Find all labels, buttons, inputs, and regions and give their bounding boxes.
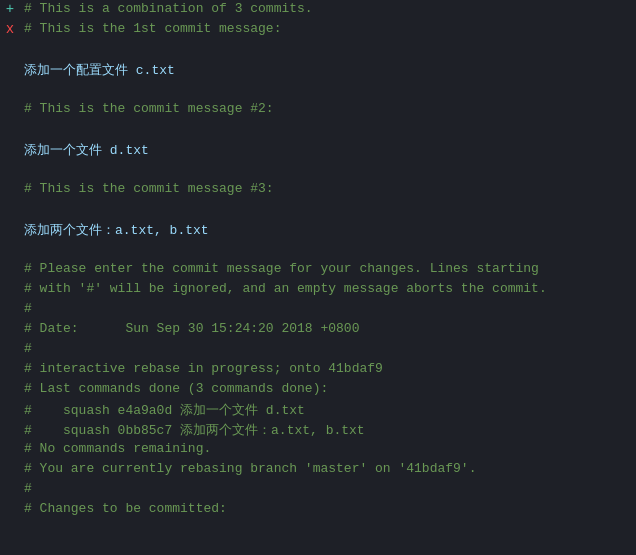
line-content: 添加两个文件：a.txt, b.txt xyxy=(20,221,636,239)
editor-line: +# This is a combination of 3 commits. xyxy=(0,0,636,20)
editor-line: # This is the commit message #3: xyxy=(0,180,636,200)
editor-line: # xyxy=(0,340,636,360)
line-content: # xyxy=(20,481,636,496)
line-content: # with '#' will be ignored, and an empty… xyxy=(20,281,636,296)
line-content: # xyxy=(20,301,636,316)
line-content: # xyxy=(20,341,636,356)
editor-line: # You are currently rebasing branch 'mas… xyxy=(0,460,636,480)
editor-line: # Please enter the commit message for yo… xyxy=(0,260,636,280)
editor-line: # Last commands done (3 commands done): xyxy=(0,380,636,400)
line-content: # Changes to be committed: xyxy=(20,501,636,516)
editor-line: # No commands remaining. xyxy=(0,440,636,460)
editor-line: # squash 0bb85c7 添加两个文件：a.txt, b.txt xyxy=(0,420,636,440)
line-content xyxy=(20,161,636,176)
line-content: 添加一个文件 d.txt xyxy=(20,141,636,159)
plus-icon: + xyxy=(6,1,14,17)
line-content: # You are currently rebasing branch 'mas… xyxy=(20,461,636,476)
line-content: # This is a combination of 3 commits. xyxy=(20,1,636,16)
editor-line: # xyxy=(0,300,636,320)
editor-line xyxy=(0,120,636,140)
line-content: # Date: Sun Sep 30 15:24:20 2018 +0800 xyxy=(20,321,636,336)
line-content: # squash e4a9a0d 添加一个文件 d.txt xyxy=(20,401,636,419)
editor-line xyxy=(0,160,636,180)
line-content: # No commands remaining. xyxy=(20,441,636,456)
editor-line: # Changes to be committed: xyxy=(0,500,636,520)
editor-line: 添加一个配置文件 c.txt xyxy=(0,60,636,80)
line-content xyxy=(20,81,636,96)
editor-line: # This is the commit message #2: xyxy=(0,100,636,120)
gutter-marker: + xyxy=(0,1,20,17)
editor-line: # xyxy=(0,480,636,500)
line-content: # This is the commit message #2: xyxy=(20,101,636,116)
editor-line: # Date: Sun Sep 30 15:24:20 2018 +0800 xyxy=(0,320,636,340)
line-content: 添加一个配置文件 c.txt xyxy=(20,61,636,79)
line-content: # Last commands done (3 commands done): xyxy=(20,381,636,396)
line-content xyxy=(20,241,636,256)
editor-line xyxy=(0,200,636,220)
gutter-marker: x xyxy=(0,21,20,37)
editor-line xyxy=(0,240,636,260)
line-content: # This is the 1st commit message: xyxy=(20,21,636,36)
line-content: # This is the commit message #3: xyxy=(20,181,636,196)
editor-line: 添加两个文件：a.txt, b.txt xyxy=(0,220,636,240)
line-content xyxy=(20,201,636,216)
editor-line xyxy=(0,80,636,100)
line-content: # Please enter the commit message for yo… xyxy=(20,261,636,276)
x-icon: x xyxy=(6,21,14,37)
editor-line: # interactive rebase in progress; onto 4… xyxy=(0,360,636,380)
editor-line: # with '#' will be ignored, and an empty… xyxy=(0,280,636,300)
line-content: # squash 0bb85c7 添加两个文件：a.txt, b.txt xyxy=(20,421,636,439)
editor-line: x# This is the 1st commit message: xyxy=(0,20,636,40)
line-content xyxy=(20,41,636,56)
editor-line xyxy=(0,40,636,60)
line-content xyxy=(20,121,636,136)
editor-line: 添加一个文件 d.txt xyxy=(0,140,636,160)
editor-line: # squash e4a9a0d 添加一个文件 d.txt xyxy=(0,400,636,420)
editor: +# This is a combination of 3 commits.x#… xyxy=(0,0,636,555)
line-content: # interactive rebase in progress; onto 4… xyxy=(20,361,636,376)
